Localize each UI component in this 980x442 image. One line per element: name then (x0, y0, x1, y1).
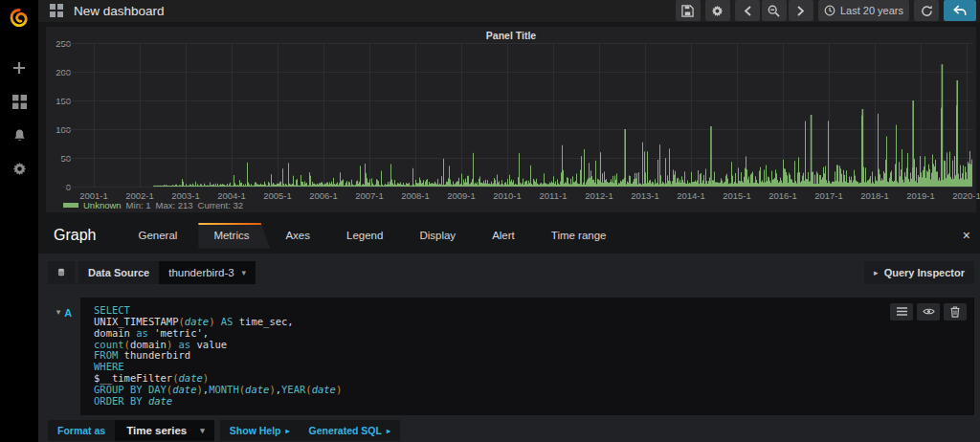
toggle-query-eye-button[interactable] (917, 303, 940, 320)
time-range-picker[interactable]: Last 20 years (818, 0, 909, 21)
datasource-row: Data Source thunderbird-3 ▾ ▸ Query Insp… (48, 261, 974, 284)
tab-time-range[interactable]: Time range (536, 223, 628, 249)
back-to-dashboard-button[interactable] (944, 0, 976, 21)
zoom-out-button[interactable] (762, 0, 787, 21)
chart-legend: Unknown Min: 1 Max: 213 Current: 32 (63, 200, 243, 210)
editor-section-title: Graph (54, 227, 96, 244)
format-value: Time series (126, 425, 187, 436)
x-tick-label: 2005-1 (256, 190, 299, 201)
panel-editor-tabs: Graph GeneralMetricsAxesLegendDisplayAle… (38, 223, 980, 249)
sidebar (0, 0, 38, 442)
collapse-query-icon[interactable]: ▾ (56, 307, 61, 317)
x-tick-label: 2013-1 (624, 190, 666, 201)
dashboards-icon[interactable] (11, 93, 28, 110)
tab-alert[interactable]: Alert (477, 223, 536, 249)
format-as-label: Format as (48, 420, 115, 441)
add-panel-icon[interactable] (11, 59, 28, 77)
x-tick-label: 2008-1 (394, 190, 436, 201)
chevron-down-icon: ▾ (242, 268, 247, 277)
tab-display[interactable]: Display (404, 223, 477, 249)
x-tick-label: 2010-1 (486, 190, 528, 201)
legend-current: Current: 32 (198, 200, 244, 210)
x-tick-label: 2009-1 (440, 190, 482, 201)
sql-line: UNIX_TIMESTAMP(date) AS time_sec, (94, 317, 974, 328)
sql-line: GROUP BY DAY(date),MONTH(date),YEAR(date… (94, 385, 974, 396)
x-tick-label: 2014-1 (670, 190, 712, 201)
refresh-button[interactable] (914, 0, 939, 21)
graph-panel[interactable]: Panel Title 250200150100500 2001-12002-1… (46, 27, 976, 212)
grafana-logo-icon[interactable] (0, 0, 38, 38)
grafana-app: New dashboard (0, 0, 980, 442)
chevron-right-icon: ▸ (387, 427, 390, 435)
delete-query-button[interactable] (944, 303, 967, 320)
dashboard-grid-icon[interactable] (48, 2, 65, 19)
show-help-button[interactable]: Show Help▸ (220, 420, 300, 441)
datasource-select[interactable]: thunderbird-3 ▾ (159, 261, 256, 284)
chevron-right-icon: ▸ (874, 268, 879, 277)
tab-metrics[interactable]: Metrics (198, 223, 270, 249)
chevron-right-icon: ▸ (285, 427, 289, 435)
top-navbar: New dashboard (38, 0, 980, 22)
datasource-value: thunderbird-3 (168, 267, 234, 278)
sql-line: FROM thunderbird (94, 350, 974, 362)
dashboard-title[interactable]: New dashboard (74, 4, 165, 18)
sql-code-area[interactable]: SELECTUNIX_TIMESTAMP(date) AS time_sec,d… (80, 298, 974, 415)
x-tick-label: 2017-1 (808, 190, 850, 201)
format-select[interactable]: Time series ▾ (115, 420, 214, 441)
time-range-label: Last 20 years (840, 5, 903, 16)
sql-line: count(domain) as value (94, 340, 974, 351)
legend-min: Min: 1 (126, 200, 151, 210)
x-tick-label: 2007-1 (348, 190, 390, 201)
time-forward-button[interactable] (789, 0, 813, 21)
time-back-button[interactable] (735, 0, 760, 21)
legend-series-name[interactable]: Unknown (83, 200, 122, 210)
x-tick-label: 2016-1 (762, 190, 804, 201)
clock-icon (824, 5, 835, 16)
dashboard-area: Panel Title 250200150100500 2001-12002-1… (38, 22, 980, 212)
alerts-bell-icon[interactable] (11, 126, 28, 144)
metrics-editor: Data Source thunderbird-3 ▾ ▸ Query Insp… (38, 254, 980, 442)
x-tick-label: 2018-1 (854, 190, 896, 201)
chevron-down-icon: ▾ (200, 426, 205, 435)
query-editor: ▾ A SELECTUNIX_TIMESTAMP(date) AS time_s… (48, 298, 974, 415)
datasource-label: Data Source (78, 261, 159, 284)
x-tick-label: 2019-1 (900, 190, 942, 201)
format-row: Format as Time series ▾ Show Help▸ Gener… (48, 419, 974, 442)
legend-color-swatch (63, 203, 78, 208)
panel-title[interactable]: Panel Title (46, 30, 976, 41)
time-series-chart[interactable] (62, 43, 973, 188)
save-dashboard-button[interactable] (676, 0, 701, 21)
tab-legend[interactable]: Legend (331, 223, 404, 249)
x-tick-label: 2006-1 (302, 190, 345, 201)
query-menu-button[interactable] (890, 303, 913, 320)
generated-sql-button[interactable]: Generated SQL▸ (300, 420, 400, 441)
dashboard-settings-button[interactable] (705, 0, 730, 21)
query-ref-letter[interactable]: A (64, 307, 72, 319)
close-editor-icon[interactable]: × (963, 229, 970, 242)
x-tick-label: 2011-1 (532, 190, 574, 201)
x-tick-label: 2015-1 (716, 190, 758, 201)
legend-max: Max: 213 (155, 200, 192, 210)
x-tick-label: 2012-1 (578, 190, 620, 201)
settings-gear-icon[interactable] (11, 160, 28, 177)
tab-general[interactable]: General (122, 223, 198, 249)
database-icon (48, 261, 75, 284)
tab-axes[interactable]: Axes (270, 223, 331, 249)
query-inspector-button[interactable]: ▸ Query Inspector (864, 261, 974, 284)
sql-line: ORDER BY date (94, 396, 974, 408)
query-inspector-label: Query Inspector (884, 267, 965, 278)
sql-line: WHERE (94, 362, 974, 373)
x-tick-label: 2020-1 (946, 190, 980, 201)
